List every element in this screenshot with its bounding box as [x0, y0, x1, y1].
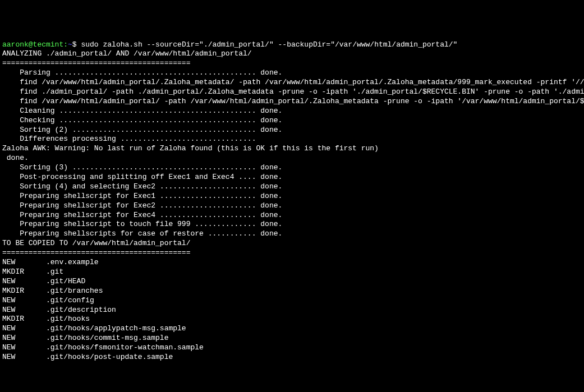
output-line: done.	[2, 154, 582, 163]
output-line: NEW .env.example	[2, 258, 582, 268]
output-line: Preparing shellscript for Exec4 ........…	[2, 211, 582, 220]
output-line: TO BE COPIED TO /var/www/html/admin_port…	[2, 239, 582, 248]
output-line: NEW .git/hooks/post-update.sample	[2, 353, 582, 362]
output-line: NEW .git/hooks/applypatch-msg.sample	[2, 324, 582, 334]
output-line: Zaloha AWK: Warning: No last run of Zalo…	[2, 144, 582, 154]
command-input: sudo zaloha.sh --sourceDir="./admin_port…	[81, 40, 457, 49]
output-line: Cleaning ...............................…	[2, 107, 582, 116]
prompt-cwd: ~	[68, 40, 72, 49]
terminal-window[interactable]: aaronk@tecmint:~$ sudo zaloha.sh --sourc…	[2, 40, 582, 362]
output-line: Parsing ................................…	[2, 68, 582, 78]
prompt-separator: :	[63, 40, 68, 49]
output-line: NEW .git/hooks/fsmonitor-watchman.sample	[2, 343, 582, 353]
output-line: Sorting (3) ............................…	[2, 163, 582, 173]
output-line: MKDIR .git/hooks	[2, 315, 582, 324]
output-line: ANALYZING ./admin_portal/ AND /var/www/h…	[2, 49, 582, 59]
prompt-user: aaronk@tecmint	[2, 40, 63, 49]
output-line: Sorting (4) and selecting Exec2 ........…	[2, 182, 582, 192]
output-line: ========================================…	[2, 59, 582, 68]
output-line: find ./admin_portal/ -path ./admin_porta…	[2, 87, 582, 97]
output-line: NEW .git/HEAD	[2, 277, 582, 287]
output-line: MKDIR .git/branches	[2, 287, 582, 296]
terminal-output: ANALYZING ./admin_portal/ AND /var/www/h…	[2, 49, 582, 362]
output-line: Preparing shellscript to touch file 999 …	[2, 220, 582, 229]
output-line: MKDIR .git	[2, 268, 582, 277]
output-line: NEW .git/hooks/commit-msg.sample	[2, 334, 582, 343]
output-line: NEW .git/config	[2, 296, 582, 306]
output-line: Preparing shellscripts for case of resto…	[2, 229, 582, 239]
output-line: Differences processing .................…	[2, 135, 582, 144]
output-line: Checking ...............................…	[2, 116, 582, 126]
output-line: ========================================…	[2, 248, 582, 258]
output-line: Post-processing and splitting off Exec1 …	[2, 173, 582, 182]
prompt-symbol: $	[72, 40, 77, 49]
output-line: Sorting (2) ............................…	[2, 126, 582, 135]
output-line: Preparing shellscript for Exec2 ........…	[2, 201, 582, 211]
command-line: aaronk@tecmint:~$ sudo zaloha.sh --sourc…	[2, 40, 582, 50]
output-line: Preparing shellscript for Exec1 ........…	[2, 192, 582, 201]
output-line: find /var/www/html/admin_portal/ -path /…	[2, 97, 582, 107]
output-line: find /var/www/html/admin_portal/.Zaloha_…	[2, 78, 582, 87]
output-line: NEW .git/description	[2, 306, 582, 315]
